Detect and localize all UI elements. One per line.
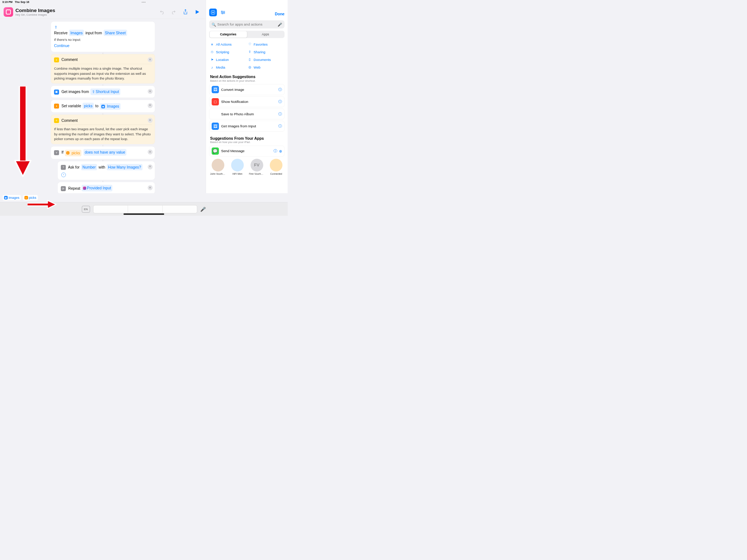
status-date: Thu Sep 16 (15, 0, 30, 4)
category-all-actions[interactable]: ≡All Actions (210, 42, 246, 46)
category-icon: ≡ (210, 42, 214, 46)
info-button[interactable]: ⓘ (278, 87, 282, 92)
delete-action-button[interactable]: ✕ (148, 150, 153, 155)
category-label: Scripting (216, 50, 229, 54)
category-label: Media (216, 65, 225, 69)
suggestion-send-message[interactable]: 💬 Send Message ⓘ ⊕ (209, 146, 285, 157)
redo-button[interactable] (171, 9, 177, 15)
shortcut-app-icon[interactable] (4, 7, 13, 17)
suggestion-icon: ✿ (212, 111, 219, 118)
add-button[interactable]: ⊕ (279, 149, 282, 153)
category-web[interactable]: ◎Web (248, 65, 283, 69)
number-token[interactable]: Number (81, 164, 97, 170)
search-field[interactable]: 🔍 🎤 (209, 20, 285, 28)
images-var-token[interactable]: ▣Images (100, 103, 120, 110)
share-button[interactable] (183, 9, 188, 15)
dictation-button[interactable]: 🎤 (200, 206, 206, 212)
category-icon: ▯ (248, 57, 252, 61)
kb-token-images[interactable]: ▣Images (3, 195, 20, 200)
info-button[interactable]: ⓘ (278, 99, 282, 104)
delete-action-button[interactable]: ✕ (148, 103, 153, 108)
set-variable-card[interactable]: x Set variable picks to ▣Images ✕ (51, 100, 155, 112)
ask-card[interactable]: ? Ask for Number with How Many Images? ✕… (58, 161, 155, 180)
continue-button[interactable]: Continue (54, 43, 69, 49)
delete-action-button[interactable]: ✕ (148, 165, 153, 170)
suggestion-item[interactable]: ✿Save to Photo Albumⓘ (209, 109, 285, 120)
suggestion-label: Save to Photo Album (221, 112, 278, 116)
images-token[interactable]: Images (69, 30, 84, 36)
comment-card-2[interactable]: ≡ Comment ✕ If less than two images are … (51, 115, 155, 144)
run-button[interactable] (194, 9, 200, 15)
comment-title: Comment (61, 58, 77, 62)
share-sheet-token[interactable]: Share Sheet (104, 30, 127, 36)
category-icon: ◎ (248, 65, 252, 69)
picks-var-token[interactable]: picks (83, 103, 94, 109)
picks-var-token[interactable]: xpicks (65, 150, 81, 157)
done-button[interactable]: Done (275, 12, 285, 16)
contact-item[interactable]: FVFinn Voorhees (249, 159, 264, 175)
category-media[interactable]: ♪Media (210, 65, 246, 69)
expand-button[interactable]: › (61, 173, 66, 177)
ask-label: Ask for (68, 165, 80, 169)
prompt-token[interactable]: How Many Images? (107, 164, 143, 170)
shortcut-subtitle: Hey Siri, Combine Images (15, 13, 159, 16)
repeat-card[interactable]: ⟳ Repeat Provided Input ✕ (58, 182, 155, 193)
info-button[interactable]: ⓘ (274, 149, 277, 154)
dictation-icon[interactable]: 🎤 (278, 22, 282, 27)
provided-input-token[interactable]: Provided Input (82, 185, 112, 192)
action-editor[interactable]: ⇧ Receive Images input from Share Sheet … (0, 19, 206, 193)
get-images-card[interactable]: ▣ Get images from ⇧ Shortcut Input ✕ (51, 86, 155, 97)
contact-item[interactable]: Connected (269, 159, 284, 175)
contact-name: Finn Voorhees (249, 172, 264, 175)
comment-icon: ≡ (54, 118, 59, 123)
comment-body[interactable]: If less than two images are found, let t… (54, 125, 152, 142)
input-card[interactable]: ⇧ Receive Images input from Share Sheet … (51, 22, 155, 52)
suggestion-item[interactable]: 🖼Get Images from Inputⓘ (209, 121, 285, 132)
no-input-label: If there's no input: (54, 37, 152, 42)
suggestion-item[interactable]: □Show Notificationⓘ (209, 96, 285, 107)
tab-categories[interactable]: Categories (210, 31, 247, 38)
category-location[interactable]: ➤Location (210, 57, 246, 61)
contact-item[interactable]: John Voorhe… (210, 159, 226, 175)
delete-action-button[interactable]: ✕ (148, 118, 153, 123)
add-action-button[interactable] (209, 9, 217, 16)
photos-icon: ▣ (54, 89, 59, 94)
category-documents[interactable]: ▯Documents (248, 57, 283, 61)
comment-body[interactable]: Combine multiple images into a single im… (54, 64, 152, 81)
language-button[interactable]: EN (82, 206, 90, 213)
predictive-text-field[interactable] (93, 205, 197, 213)
undo-button[interactable] (159, 9, 165, 15)
suggestion-item[interactable]: 🖼Convert Imageⓘ (209, 84, 285, 95)
delete-action-button[interactable]: ✕ (148, 89, 153, 94)
info-button[interactable]: ⓘ (278, 124, 282, 128)
if-card[interactable]: Y If xpicks does not have any value ✕ (51, 146, 155, 159)
delete-action-button[interactable]: ✕ (148, 185, 153, 190)
search-input[interactable] (217, 22, 276, 26)
home-indicator[interactable] (124, 213, 165, 215)
with-label: with (98, 165, 105, 169)
sidebar-tabs[interactable]: Categories Apps (209, 31, 285, 38)
status-time: 3:19 PM (2, 0, 12, 4)
multitask-dots-icon[interactable]: ••• (142, 0, 146, 4)
category-scripting[interactable]: ◇Scripting (210, 50, 246, 54)
to-label: to (95, 104, 98, 108)
svg-point-6 (222, 13, 223, 14)
kb-token-picks[interactable]: xpicks (23, 195, 38, 200)
comment-icon: ≡ (54, 58, 59, 63)
settings-button[interactable] (219, 9, 227, 16)
get-images-label: Get images from (61, 90, 89, 94)
avatar: FV (251, 159, 263, 171)
tab-apps[interactable]: Apps (247, 31, 284, 38)
category-label: Web (253, 65, 260, 69)
suggestion-label: Show Notification (221, 100, 278, 104)
shortcut-input-token[interactable]: ⇧ Shortcut Input (90, 89, 120, 95)
comment-card-1[interactable]: ≡ Comment ✕ Combine multiple images into… (51, 54, 155, 84)
info-button[interactable]: ⓘ (278, 112, 282, 116)
condition-token[interactable]: does not have any value (83, 149, 126, 156)
delete-action-button[interactable]: ✕ (148, 57, 153, 62)
shortcut-title[interactable]: Combine Images (15, 7, 159, 13)
contact-item[interactable]: HiFi Men (230, 159, 245, 175)
category-favorites[interactable]: ♡Favorites (248, 42, 283, 46)
category-sharing[interactable]: ⇧Sharing (248, 50, 283, 54)
suggestion-label: Get Images from Input (221, 124, 278, 128)
